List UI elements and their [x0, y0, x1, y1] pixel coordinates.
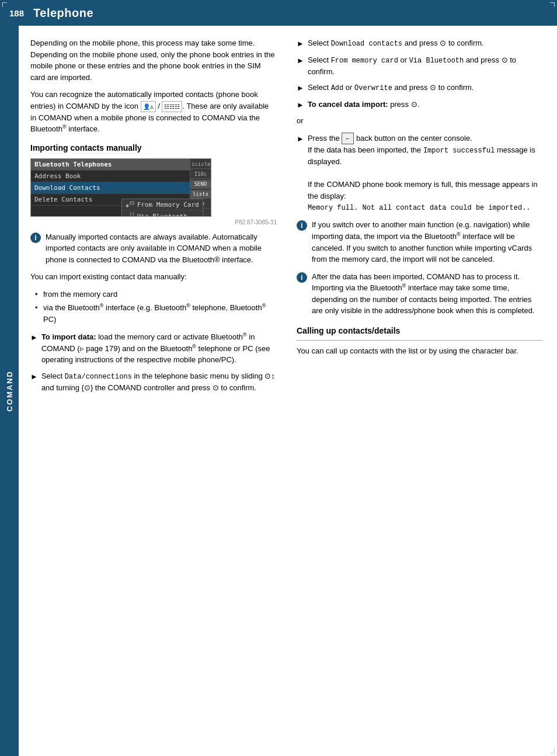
left-column: Depending on the mobile phone, this proc…	[30, 37, 277, 744]
submenu-icon-2: ◆27	[126, 213, 135, 217]
ui-right-item-2: I10c	[190, 170, 211, 179]
page-layout: COMAND Depending on the mobile phone, th…	[0, 26, 557, 756]
corner-tl	[2, 2, 7, 7]
section-rule	[297, 340, 543, 341]
arrow-text-2: Select Data/connections in the telephone…	[41, 370, 277, 394]
info-icon-2: i	[297, 220, 307, 231]
bullet-item-1: from the memory card	[35, 289, 277, 300]
ui-screenshot: Bluetooth Telephones Address Book Downlo…	[30, 158, 211, 217]
calling-section: Calling up contacts/details You can call…	[297, 326, 543, 357]
arrow-sym-r3: ►	[297, 82, 304, 94]
arrow-text-r1: Select Download contacts and press ⊙ to …	[308, 37, 543, 50]
ui-caption: P82.87-3085-31	[30, 219, 277, 226]
info-icon-1: i	[30, 233, 41, 243]
arrow-item-download-contacts: ► Select Download contacts and press ⊙ t…	[297, 37, 543, 50]
arrow-item-from-memory: ► Select From memory card or Via Bluetoo…	[297, 54, 543, 78]
arrow-text-r5: Press the ← back button on the center co…	[308, 133, 543, 214]
arrow-text-r2: Select From memory card or Via Bluetooth…	[308, 54, 543, 78]
section-heading-importing: Importing contacts manually	[30, 143, 277, 152]
corner-br	[550, 749, 555, 754]
content-area: Depending on the mobile phone, this proc…	[19, 26, 557, 756]
arrow-sym-r2: ►	[297, 55, 304, 78]
page-wrapper: 188 Telephone COMAND Depending on the mo…	[0, 0, 557, 756]
info-text-after-import: After the data has been imported, COMAND…	[312, 271, 543, 317]
page-header: 188 Telephone	[0, 0, 557, 26]
corner-tr	[550, 2, 555, 7]
arrow-text-1: To import data: load the memory card or …	[41, 331, 277, 366]
info-box-after-import: i After the data has been imported, COMA…	[297, 271, 543, 317]
info-text-manually: Manually imported contacts are always av…	[46, 231, 277, 266]
ui-submenu-from-memory-card: ◆49 From Memory Card	[122, 199, 203, 211]
or-text: or	[297, 115, 543, 127]
arrow-sym-r4: ►	[297, 99, 304, 111]
ui-row-download-contacts: Download Contacts	[31, 182, 190, 194]
calling-section-heading: Calling up contacts/details	[297, 326, 543, 335]
info-icon-3: i	[297, 272, 307, 283]
ui-row-address-book: Address Book	[31, 171, 190, 182]
submenu-label-1: From Memory Card	[137, 201, 199, 209]
arrow-sym-2: ►	[30, 371, 38, 394]
info-text-switch: If you switch over to another main funct…	[312, 219, 543, 265]
calling-section-text: You can call up contacts with the list o…	[297, 345, 543, 357]
ui-submenu-via-bluetooth: ◆27 Via Bluetooth	[122, 211, 203, 217]
arrow-text-r4: To cancel data import: press ⊙.	[308, 99, 543, 111]
arrow-sym-r1: ►	[297, 38, 304, 50]
ui-right-item-send: SEND	[190, 180, 211, 189]
bullet-list: from the memory card via the Bluetooth® …	[35, 289, 277, 325]
intro-para-2: You can recognize the automatically impo…	[30, 89, 277, 135]
submenu-icon-1: ◆49	[126, 201, 135, 209]
right-column: ► Select Download contacts and press ⊙ t…	[291, 37, 543, 744]
ui-submenu: ◆49 From Memory Card ◆27 Via Bluetooth	[121, 199, 203, 217]
info-box-manually: i Manually imported contacts are always …	[30, 231, 277, 266]
import-intro: You can import existing contact data man…	[30, 271, 277, 283]
arrow-text-r3: Select Add or Overwrite and press ⊙ to c…	[308, 82, 543, 94]
arrow-item-import-data: ► To import data: load the memory card o…	[30, 331, 277, 366]
side-tab: COMAND	[0, 26, 19, 756]
side-tab-label: COMAND	[5, 370, 14, 412]
arrow-item-add-overwrite: ► Select Add or Overwrite and press ⊙ to…	[297, 82, 543, 94]
arrow-item-cancel-import: ► To cancel data import: press ⊙.	[297, 99, 543, 111]
submenu-label-2: Via Bluetooth	[137, 213, 187, 217]
arrow-sym-r5: ►	[297, 133, 304, 214]
bullet-item-2: via the Bluetooth® interface (e.g. Bluet…	[35, 302, 277, 325]
page-number: 188	[9, 8, 24, 18]
page-title: Telephone	[33, 6, 93, 20]
ui-row-bluetooth-telephones: Bluetooth Telephones	[31, 159, 190, 171]
back-button-icon: ←	[342, 133, 354, 145]
arrow-item-select-data-connections: ► Select Data/connections in the telepho…	[30, 370, 277, 394]
arrow-item-press-back: ► Press the ← back button on the center …	[297, 133, 543, 214]
intro-para-1: Depending on the mobile phone, this proc…	[30, 37, 277, 83]
ui-right-item-1: icicle	[190, 160, 211, 169]
ui-right-item-lists: lists	[190, 190, 211, 199]
info-box-switch-function: i If you switch over to another main fun…	[297, 219, 543, 265]
arrow-sym-1: ►	[30, 332, 38, 366]
